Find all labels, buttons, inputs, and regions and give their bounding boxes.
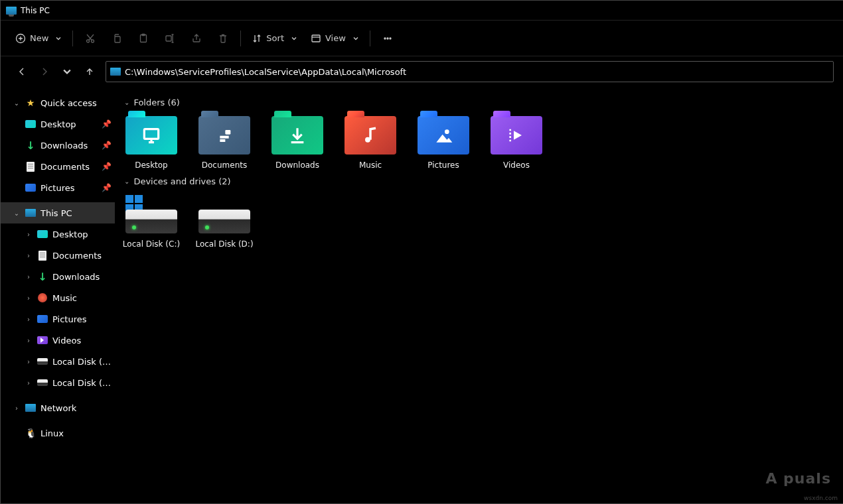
sidebar-label: Downloads — [52, 272, 111, 282]
up-button[interactable] — [83, 65, 96, 78]
svg-point-9 — [387, 38, 388, 39]
chevron-right-icon: › — [25, 231, 33, 238]
drive-local-c[interactable]: Local Disk (C:) — [124, 193, 179, 249]
folders-group: Desktop Documents Downloads Music Pictur… — [124, 114, 834, 170]
item-label: Downloads — [275, 160, 319, 170]
sidebar-item-downloads[interactable]: ›↓Downloads — [1, 266, 115, 287]
forward-button[interactable] — [38, 65, 51, 78]
cut-button[interactable] — [78, 27, 102, 50]
item-label: Music — [359, 160, 382, 170]
sidebar-label: Documents — [40, 162, 98, 172]
sidebar-label: Network — [40, 403, 111, 413]
svg-point-8 — [384, 38, 386, 39]
sort-label: Sort — [266, 33, 284, 43]
sidebar-item-pictures[interactable]: ›Pictures — [1, 308, 115, 330]
view-icon — [311, 33, 321, 44]
titlebar: This PC — [1, 1, 843, 21]
sidebar-label: Desktop — [52, 229, 111, 239]
svg-rect-4 — [141, 34, 147, 42]
folder-videos[interactable]: Videos — [489, 114, 544, 170]
chevron-right-icon: › — [25, 273, 33, 281]
folder-pictures[interactable]: Pictures — [416, 114, 471, 170]
paste-button[interactable] — [131, 27, 155, 50]
desktop-icon — [37, 230, 48, 238]
sidebar-item-desktop[interactable]: ›Desktop — [1, 223, 115, 245]
plus-circle-icon — [15, 33, 26, 44]
sidebar-item-local-disk-d[interactable]: ›Local Disk (D:) — [1, 372, 115, 393]
sidebar-item-linux[interactable]: 🐧 Linux — [1, 422, 115, 444]
drives-group: Local Disk (C:) Local Disk (D:) — [124, 193, 834, 249]
downloads-icon: ↓ — [25, 139, 37, 151]
sidebar-label: Music — [52, 293, 111, 303]
sidebar-label: Pictures — [52, 314, 111, 324]
copy-icon — [112, 33, 122, 44]
folder-music[interactable]: Music — [343, 114, 398, 170]
sidebar-item-quick-access[interactable]: ⌄ ★ Quick access — [1, 92, 115, 113]
delete-button[interactable] — [211, 27, 235, 50]
sidebar-item-pictures[interactable]: Pictures 📌 — [1, 177, 115, 198]
desktop-folder-icon — [125, 116, 177, 155]
sidebar-item-this-pc[interactable]: ⌄ This PC — [1, 202, 115, 223]
chevron-right-icon: › — [25, 358, 33, 365]
sidebar-item-videos[interactable]: ›Videos — [1, 330, 115, 351]
pictures-icon — [37, 315, 48, 323]
group-header-drives[interactable]: ⌄ Devices and drives (2) — [124, 176, 834, 186]
view-button[interactable]: View — [305, 27, 364, 50]
rename-icon — [165, 33, 175, 44]
pictures-folder-icon — [418, 116, 469, 155]
content-area: ⌄ Folders (6) Desktop Documents Download… — [115, 87, 843, 503]
sidebar-item-documents[interactable]: Documents 📌 — [1, 156, 115, 177]
navigation-pane: ⌄ ★ Quick access Desktop 📌 ↓ Downloads 📌… — [1, 87, 115, 503]
sidebar-label: Linux — [40, 428, 111, 438]
sidebar-label: Videos — [52, 336, 111, 346]
documents-icon — [38, 251, 46, 261]
back-button[interactable] — [15, 65, 29, 78]
sidebar-item-documents[interactable]: ›Documents — [1, 245, 115, 266]
chevron-right-icon: › — [25, 379, 33, 387]
recent-button[interactable] — [60, 65, 74, 78]
chevron-down-icon: ⌄ — [124, 178, 129, 185]
chevron-right-icon: › — [13, 405, 21, 412]
rename-button[interactable] — [158, 27, 182, 50]
sidebar-item-music[interactable]: ›Music — [1, 287, 115, 308]
svg-rect-6 — [166, 36, 171, 41]
separator — [370, 31, 370, 46]
address-input[interactable] — [125, 67, 829, 77]
pin-icon: 📌 — [102, 183, 111, 192]
sidebar-item-local-disk-c[interactable]: ›Local Disk (C:) — [1, 351, 115, 372]
share-icon — [191, 33, 202, 44]
group-header-folders[interactable]: ⌄ Folders (6) — [124, 97, 834, 107]
folder-documents[interactable]: Documents — [197, 114, 252, 170]
drive-local-d[interactable]: Local Disk (D:) — [197, 193, 252, 249]
this-pc-icon — [6, 7, 17, 15]
cut-icon — [85, 33, 96, 44]
chevron-right-icon: › — [25, 294, 33, 302]
more-button[interactable] — [376, 27, 400, 50]
folder-desktop[interactable]: Desktop — [124, 114, 179, 170]
sidebar-label: Local Disk (C:) — [52, 357, 111, 367]
sort-icon — [252, 33, 262, 44]
folder-downloads[interactable]: Downloads — [270, 114, 325, 170]
pin-icon: 📌 — [102, 162, 111, 171]
body: ⌄ ★ Quick access Desktop 📌 ↓ Downloads 📌… — [1, 87, 843, 503]
pin-icon: 📌 — [102, 141, 111, 150]
paste-icon — [138, 33, 149, 44]
copy-button[interactable] — [105, 27, 129, 50]
item-label: Pictures — [427, 160, 459, 170]
svg-point-2 — [92, 40, 94, 42]
toolbar: New Sort View — [1, 21, 843, 56]
address-bar[interactable] — [106, 61, 834, 82]
chevron-right-icon: › — [25, 252, 33, 259]
sidebar-label: Desktop — [40, 119, 98, 129]
sidebar-item-downloads[interactable]: ↓ Downloads 📌 — [1, 135, 115, 156]
svg-point-10 — [390, 38, 391, 39]
sidebar-item-network[interactable]: › Network — [1, 397, 115, 418]
share-button[interactable] — [185, 27, 208, 50]
chevron-down-icon — [55, 35, 62, 42]
linux-icon: 🐧 — [25, 427, 37, 439]
chevron-down-icon — [291, 35, 297, 42]
drive-icon — [198, 195, 250, 233]
sidebar-item-desktop[interactable]: Desktop 📌 — [1, 113, 115, 135]
sort-button[interactable]: Sort — [246, 27, 303, 50]
new-button[interactable]: New — [10, 27, 67, 50]
